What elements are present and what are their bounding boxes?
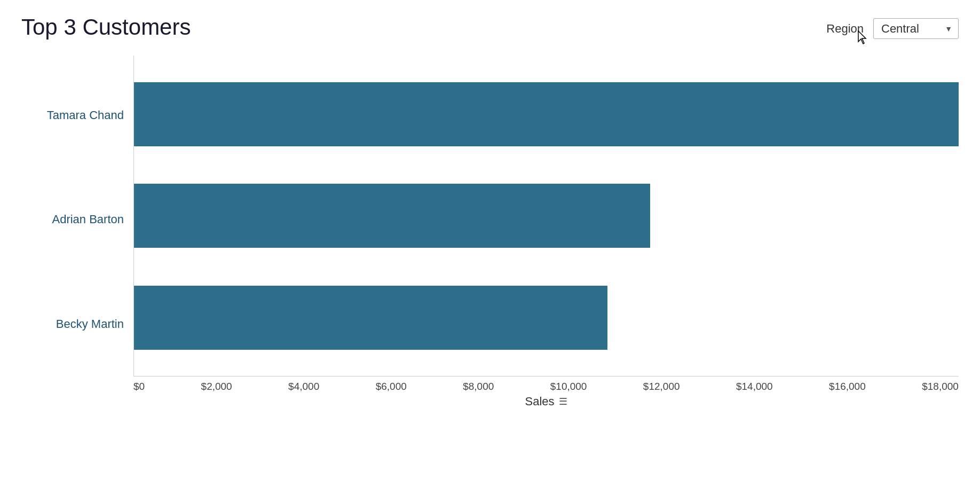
- y-label-3: Becky Martin: [56, 318, 124, 330]
- chart-inner: $0 $2,000 $4,000 $6,000 $8,000 $10,000 $…: [133, 56, 959, 408]
- x-tick-16000: $16,000: [829, 381, 866, 392]
- bar-row-1: [134, 82, 959, 146]
- region-select[interactable]: CentralEastWestSouth: [873, 18, 959, 39]
- header-row: Top 3 Customers Region CentralEastWestSo…: [21, 15, 959, 40]
- x-tick-4000: $4,000: [288, 381, 319, 392]
- x-tick-0: $0: [133, 381, 145, 392]
- x-ticks: $0 $2,000 $4,000 $6,000 $8,000 $10,000 $…: [133, 376, 959, 392]
- x-tick-6000: $6,000: [376, 381, 407, 392]
- x-tick-12000: $12,000: [643, 381, 680, 392]
- chart-title: Top 3 Customers: [21, 15, 191, 40]
- x-axis-label-row: Sales ☰: [133, 395, 959, 409]
- region-control: Region CentralEastWestSouth: [826, 18, 959, 39]
- region-label: Region: [826, 22, 864, 36]
- x-tick-2000: $2,000: [201, 381, 232, 392]
- y-axis-labels: Tamara Chand Adrian Barton Becky Martin: [21, 56, 133, 408]
- y-label-2: Adrian Barton: [52, 214, 124, 225]
- x-tick-18000: $18,000: [922, 381, 959, 392]
- bar-row-3: [134, 286, 959, 350]
- y-label-1: Tamara Chand: [47, 109, 124, 121]
- bar-row-2: [134, 184, 959, 248]
- x-axis-label: Sales: [525, 395, 554, 409]
- bar-becky-martin[interactable]: [134, 286, 607, 350]
- region-select-wrapper[interactable]: CentralEastWestSouth: [873, 18, 959, 39]
- x-tick-10000: $10,000: [550, 381, 587, 392]
- x-axis: $0 $2,000 $4,000 $6,000 $8,000 $10,000 $…: [133, 376, 959, 408]
- bar-adrian-barton[interactable]: [134, 184, 650, 248]
- filter-icon[interactable]: ☰: [559, 396, 567, 407]
- page-container: Top 3 Customers Region CentralEastWestSo…: [0, 0, 980, 479]
- bar-tamara-chand[interactable]: [134, 82, 959, 146]
- x-tick-8000: $8,000: [463, 381, 494, 392]
- bars-container: [133, 56, 959, 376]
- x-tick-14000: $14,000: [736, 381, 773, 392]
- chart-area: Tamara Chand Adrian Barton Becky Martin: [21, 56, 959, 408]
